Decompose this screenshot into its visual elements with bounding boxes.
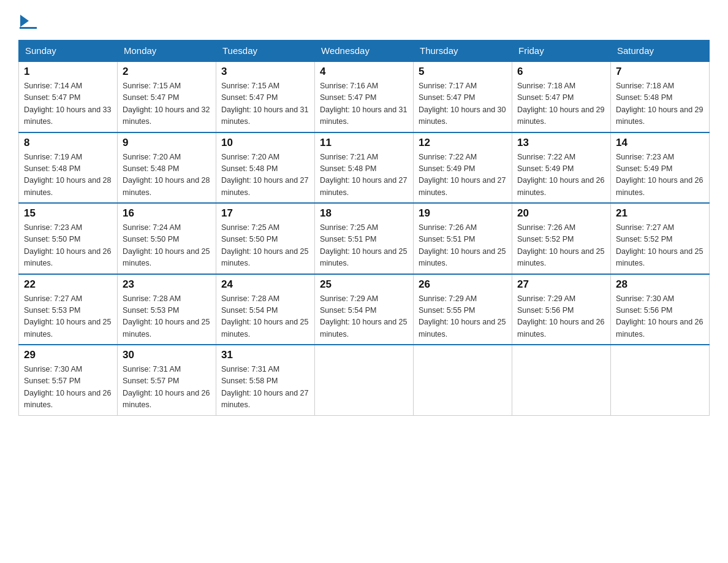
- day-info: Sunrise: 7:28 AMSunset: 5:53 PMDaylight:…: [123, 293, 211, 341]
- calendar-table: SundayMondayTuesdayWednesdayThursdayFrid…: [18, 40, 710, 416]
- calendar-day-cell: 18 Sunrise: 7:25 AMSunset: 5:51 PMDaylig…: [315, 203, 414, 274]
- calendar-day-cell: 12 Sunrise: 7:22 AMSunset: 5:49 PMDaylig…: [414, 132, 512, 204]
- day-header-friday: Friday: [512, 40, 611, 62]
- calendar-week-row: 22 Sunrise: 7:27 AMSunset: 5:53 PMDaylig…: [19, 274, 710, 345]
- day-info: Sunrise: 7:29 AMSunset: 5:56 PMDaylight:…: [517, 293, 605, 341]
- calendar-empty-cell: [611, 345, 710, 415]
- day-info: Sunrise: 7:20 AMSunset: 5:48 PMDaylight:…: [221, 151, 309, 199]
- day-number: 17: [221, 207, 309, 220]
- calendar-day-cell: 1 Sunrise: 7:14 AMSunset: 5:47 PMDayligh…: [19, 61, 118, 132]
- calendar-day-cell: 5 Sunrise: 7:17 AMSunset: 5:47 PMDayligh…: [414, 61, 512, 132]
- day-header-monday: Monday: [118, 40, 216, 62]
- day-info: Sunrise: 7:20 AMSunset: 5:48 PMDaylight:…: [123, 151, 211, 199]
- calendar-day-cell: 15 Sunrise: 7:23 AMSunset: 5:50 PMDaylig…: [19, 203, 118, 274]
- calendar-day-cell: 10 Sunrise: 7:20 AMSunset: 5:48 PMDaylig…: [216, 132, 315, 204]
- day-info: Sunrise: 7:29 AMSunset: 5:55 PMDaylight:…: [419, 293, 507, 341]
- day-info: Sunrise: 7:30 AMSunset: 5:56 PMDaylight:…: [616, 293, 704, 341]
- day-number: 14: [616, 137, 704, 149]
- day-number: 1: [24, 66, 112, 78]
- calendar-header-row: SundayMondayTuesdayWednesdayThursdayFrid…: [19, 40, 710, 62]
- day-info: Sunrise: 7:26 AMSunset: 5:52 PMDaylight:…: [517, 222, 605, 270]
- calendar-day-cell: 8 Sunrise: 7:19 AMSunset: 5:48 PMDayligh…: [19, 132, 118, 204]
- day-number: 24: [221, 278, 309, 291]
- day-info: Sunrise: 7:19 AMSunset: 5:48 PMDaylight:…: [24, 151, 112, 199]
- day-number: 16: [123, 207, 211, 220]
- day-number: 29: [24, 349, 112, 361]
- day-number: 22: [24, 278, 112, 291]
- calendar-day-cell: 11 Sunrise: 7:21 AMSunset: 5:48 PMDaylig…: [315, 132, 414, 204]
- calendar-day-cell: 25 Sunrise: 7:29 AMSunset: 5:54 PMDaylig…: [315, 274, 414, 345]
- day-info: Sunrise: 7:18 AMSunset: 5:47 PMDaylight:…: [517, 80, 605, 128]
- day-number: 9: [123, 137, 211, 149]
- calendar-day-cell: 7 Sunrise: 7:18 AMSunset: 5:48 PMDayligh…: [611, 61, 710, 132]
- day-number: 2: [123, 66, 211, 78]
- day-header-tuesday: Tuesday: [216, 40, 315, 62]
- calendar-day-cell: 9 Sunrise: 7:20 AMSunset: 5:48 PMDayligh…: [118, 132, 216, 204]
- calendar-day-cell: 2 Sunrise: 7:15 AMSunset: 5:47 PMDayligh…: [118, 61, 216, 132]
- calendar-day-cell: 24 Sunrise: 7:28 AMSunset: 5:54 PMDaylig…: [216, 274, 315, 345]
- calendar-day-cell: 29 Sunrise: 7:30 AMSunset: 5:57 PMDaylig…: [19, 345, 118, 415]
- day-info: Sunrise: 7:15 AMSunset: 5:47 PMDaylight:…: [221, 80, 309, 128]
- calendar-empty-cell: [414, 345, 512, 415]
- calendar-day-cell: 13 Sunrise: 7:22 AMSunset: 5:49 PMDaylig…: [512, 132, 611, 204]
- day-number: 5: [419, 66, 507, 78]
- day-info: Sunrise: 7:14 AMSunset: 5:47 PMDaylight:…: [24, 80, 112, 128]
- day-number: 28: [616, 278, 704, 291]
- day-info: Sunrise: 7:17 AMSunset: 5:47 PMDaylight:…: [419, 80, 507, 128]
- calendar-empty-cell: [315, 345, 414, 415]
- day-header-thursday: Thursday: [414, 40, 512, 62]
- day-info: Sunrise: 7:28 AMSunset: 5:54 PMDaylight:…: [221, 293, 309, 341]
- day-info: Sunrise: 7:31 AMSunset: 5:58 PMDaylight:…: [221, 364, 309, 412]
- day-number: 4: [320, 66, 408, 78]
- day-header-saturday: Saturday: [611, 40, 710, 62]
- day-number: 20: [517, 207, 605, 220]
- day-info: Sunrise: 7:27 AMSunset: 5:52 PMDaylight:…: [616, 222, 704, 270]
- day-number: 26: [419, 278, 507, 291]
- day-number: 25: [320, 278, 408, 291]
- calendar-day-cell: 22 Sunrise: 7:27 AMSunset: 5:53 PMDaylig…: [19, 274, 118, 345]
- day-info: Sunrise: 7:25 AMSunset: 5:51 PMDaylight:…: [320, 222, 408, 270]
- calendar-day-cell: 19 Sunrise: 7:26 AMSunset: 5:51 PMDaylig…: [414, 203, 512, 274]
- calendar-empty-cell: [512, 345, 611, 415]
- day-number: 31: [221, 349, 309, 361]
- day-number: 8: [24, 137, 112, 149]
- calendar-week-row: 15 Sunrise: 7:23 AMSunset: 5:50 PMDaylig…: [19, 203, 710, 274]
- day-info: Sunrise: 7:30 AMSunset: 5:57 PMDaylight:…: [24, 364, 112, 412]
- calendar-day-cell: 14 Sunrise: 7:23 AMSunset: 5:49 PMDaylig…: [611, 132, 710, 204]
- day-info: Sunrise: 7:23 AMSunset: 5:50 PMDaylight:…: [24, 222, 112, 270]
- calendar-day-cell: 21 Sunrise: 7:27 AMSunset: 5:52 PMDaylig…: [611, 203, 710, 274]
- calendar-day-cell: 26 Sunrise: 7:29 AMSunset: 5:55 PMDaylig…: [414, 274, 512, 345]
- day-number: 19: [419, 207, 507, 220]
- logo: [18, 12, 40, 29]
- day-header-sunday: Sunday: [19, 40, 118, 62]
- day-number: 15: [24, 207, 112, 220]
- calendar-day-cell: 31 Sunrise: 7:31 AMSunset: 5:58 PMDaylig…: [216, 345, 315, 415]
- calendar-week-row: 8 Sunrise: 7:19 AMSunset: 5:48 PMDayligh…: [19, 132, 710, 204]
- day-number: 27: [517, 278, 605, 291]
- calendar-day-cell: 16 Sunrise: 7:24 AMSunset: 5:50 PMDaylig…: [118, 203, 216, 274]
- day-number: 6: [517, 66, 605, 78]
- day-info: Sunrise: 7:18 AMSunset: 5:48 PMDaylight:…: [616, 80, 704, 128]
- day-number: 7: [616, 66, 704, 78]
- day-info: Sunrise: 7:22 AMSunset: 5:49 PMDaylight:…: [517, 151, 605, 199]
- day-info: Sunrise: 7:16 AMSunset: 5:47 PMDaylight:…: [320, 80, 408, 128]
- day-number: 11: [320, 137, 408, 149]
- day-number: 13: [517, 137, 605, 149]
- logo-arrow-icon: [20, 15, 29, 27]
- calendar-day-cell: 6 Sunrise: 7:18 AMSunset: 5:47 PMDayligh…: [512, 61, 611, 132]
- day-info: Sunrise: 7:21 AMSunset: 5:48 PMDaylight:…: [320, 151, 408, 199]
- calendar-day-cell: 17 Sunrise: 7:25 AMSunset: 5:50 PMDaylig…: [216, 203, 315, 274]
- day-info: Sunrise: 7:29 AMSunset: 5:54 PMDaylight:…: [320, 293, 408, 341]
- day-header-wednesday: Wednesday: [315, 40, 414, 62]
- day-number: 23: [123, 278, 211, 291]
- day-info: Sunrise: 7:24 AMSunset: 5:50 PMDaylight:…: [123, 222, 211, 270]
- calendar-day-cell: 23 Sunrise: 7:28 AMSunset: 5:53 PMDaylig…: [118, 274, 216, 345]
- day-info: Sunrise: 7:15 AMSunset: 5:47 PMDaylight:…: [123, 80, 211, 128]
- day-info: Sunrise: 7:22 AMSunset: 5:49 PMDaylight:…: [419, 151, 507, 199]
- day-info: Sunrise: 7:26 AMSunset: 5:51 PMDaylight:…: [419, 222, 507, 270]
- calendar-day-cell: 27 Sunrise: 7:29 AMSunset: 5:56 PMDaylig…: [512, 274, 611, 345]
- day-number: 18: [320, 207, 408, 220]
- day-info: Sunrise: 7:25 AMSunset: 5:50 PMDaylight:…: [221, 222, 309, 270]
- calendar-week-row: 29 Sunrise: 7:30 AMSunset: 5:57 PMDaylig…: [19, 345, 710, 415]
- calendar-day-cell: 3 Sunrise: 7:15 AMSunset: 5:47 PMDayligh…: [216, 61, 315, 132]
